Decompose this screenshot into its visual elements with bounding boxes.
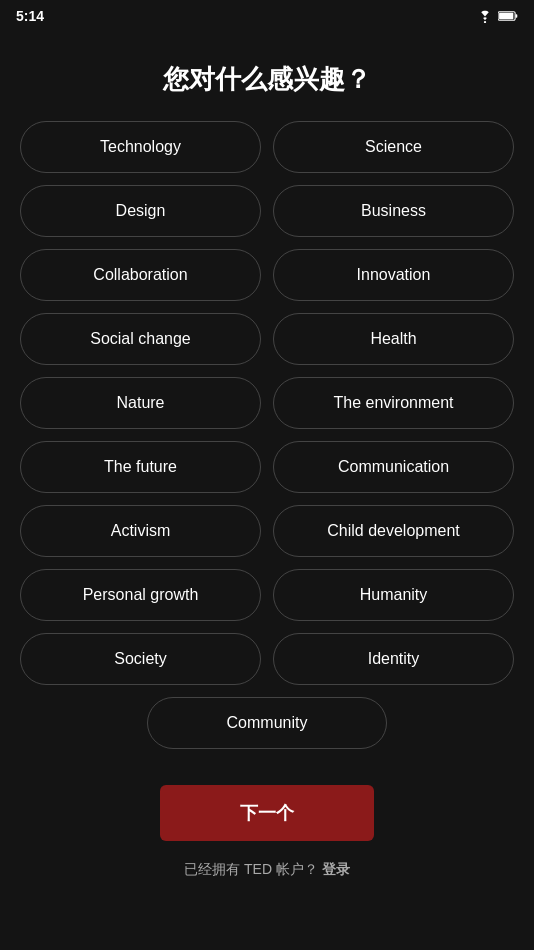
topic-btn-personal-growth[interactable]: Personal growth: [20, 569, 261, 621]
signin-link[interactable]: 登录: [322, 861, 350, 877]
status-time: 5:14: [16, 8, 44, 24]
status-bar: 5:14: [0, 0, 534, 32]
topic-btn-business[interactable]: Business: [273, 185, 514, 237]
topic-btn-humanity[interactable]: Humanity: [273, 569, 514, 621]
topic-btn-health[interactable]: Health: [273, 313, 514, 365]
signin-section: 已经拥有 TED 帐户？ 登录: [184, 861, 350, 879]
next-button[interactable]: 下一个: [160, 785, 374, 841]
topic-btn-communication[interactable]: Communication: [273, 441, 514, 493]
svg-point-0: [484, 21, 486, 23]
topic-btn-collaboration[interactable]: Collaboration: [20, 249, 261, 301]
signin-prompt: 已经拥有 TED 帐户？: [184, 861, 318, 877]
topic-btn-child-development[interactable]: Child development: [273, 505, 514, 557]
topic-btn-identity[interactable]: Identity: [273, 633, 514, 685]
topic-btn-technology[interactable]: Technology: [20, 121, 261, 173]
topics-grid: TechnologyScienceDesignBusinessCollabora…: [0, 121, 534, 685]
topic-btn-society[interactable]: Society: [20, 633, 261, 685]
topic-btn-the-environment[interactable]: The environment: [273, 377, 514, 429]
topic-btn-design[interactable]: Design: [20, 185, 261, 237]
topic-btn-science[interactable]: Science: [273, 121, 514, 173]
wifi-icon: [476, 9, 494, 23]
page-title: 您对什么感兴趣？: [143, 62, 391, 97]
topic-btn-activism[interactable]: Activism: [20, 505, 261, 557]
status-icons: [476, 9, 518, 23]
svg-rect-2: [499, 13, 513, 19]
topic-btn-the-future[interactable]: The future: [20, 441, 261, 493]
community-row: Community: [0, 697, 534, 749]
battery-icon: [498, 10, 518, 22]
topic-btn-nature[interactable]: Nature: [20, 377, 261, 429]
topic-btn-community[interactable]: Community: [147, 697, 387, 749]
svg-rect-3: [516, 14, 518, 18]
topic-btn-social-change[interactable]: Social change: [20, 313, 261, 365]
topic-btn-innovation[interactable]: Innovation: [273, 249, 514, 301]
